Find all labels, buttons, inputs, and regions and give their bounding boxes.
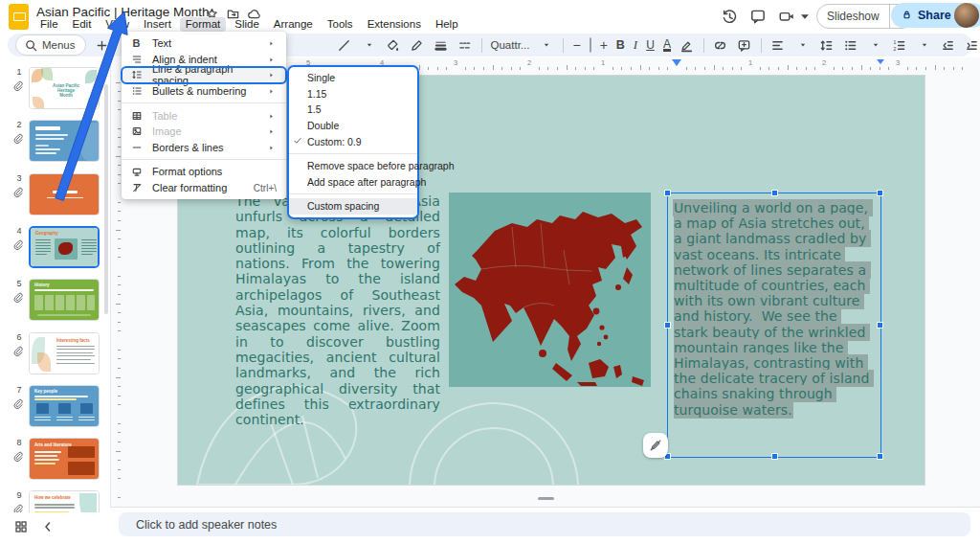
menubar-item-help[interactable]: Help <box>430 17 464 32</box>
slides-logo-icon[interactable] <box>9 4 29 30</box>
line-spacing-button[interactable] <box>819 37 835 53</box>
align-button[interactable] <box>770 37 786 53</box>
thumbnail-preview[interactable]: Geography <box>29 226 100 268</box>
increase-font-button[interactable]: + <box>600 37 608 53</box>
decrease-indent-button[interactable] <box>941 37 956 53</box>
menubar-item-file[interactable]: File <box>34 17 64 32</box>
menubar-item-arrange[interactable]: Arrange <box>268 17 319 32</box>
comments-icon[interactable] <box>749 8 767 25</box>
slide-thumbnail-9[interactable]: 9 How we celebrate <box>0 490 110 512</box>
bulleted-list-caret-icon[interactable] <box>868 37 883 53</box>
thumbnail-preview[interactable] <box>29 120 100 162</box>
border-color-button[interactable] <box>410 37 425 53</box>
italic-button[interactable]: I <box>634 37 637 53</box>
border-dash-button[interactable] <box>457 37 473 53</box>
spacing-option-remove-space-before-paragraph[interactable]: Remove space before paragraph <box>289 158 417 174</box>
border-weight-button[interactable] <box>434 37 449 53</box>
font-caret-icon[interactable] <box>539 37 554 53</box>
selection-handle[interactable] <box>771 453 778 460</box>
format-menu-item-bullets-numbering[interactable]: Bullets & numbering <box>122 83 286 100</box>
selection-handle[interactable] <box>877 190 883 196</box>
collapse-filmstrip-icon[interactable] <box>40 519 56 534</box>
format-menu-item-format-options[interactable]: Format options <box>122 164 286 180</box>
spacing-option-custom-0.9[interactable]: Custom: 0.9 <box>289 133 417 149</box>
selection-handle[interactable] <box>664 190 671 196</box>
format-menu-item-image[interactable]: Image <box>122 124 286 140</box>
menubar-item-slide[interactable]: Slide <box>229 17 265 32</box>
format-menu-item-table[interactable]: Table <box>122 107 286 124</box>
line-tool-caret-icon[interactable] <box>362 37 377 53</box>
version-history-icon[interactable] <box>721 8 738 25</box>
spacing-option-1.5[interactable]: 1.5 <box>289 102 417 118</box>
font-size-input[interactable] <box>590 37 591 53</box>
meet-caret-icon[interactable] <box>796 8 806 25</box>
spacing-option-custom-spacing[interactable]: Custom spacing <box>289 198 417 215</box>
slide-thumbnail-8[interactable]: 8 Arts and literature <box>0 438 110 480</box>
insert-link-button[interactable] <box>713 37 728 53</box>
selection-handle[interactable] <box>771 190 778 196</box>
menus-search-button[interactable]: Menus <box>15 34 86 56</box>
font-family-select[interactable]: Quattr... <box>491 39 530 51</box>
slide-thumbnail-1[interactable]: 1 Asian Pacific Heritage Month <box>0 67 110 109</box>
indent-marker[interactable] <box>877 59 884 64</box>
thumbnail-preview[interactable]: History <box>29 279 100 321</box>
format-menu-item-clear-formatting[interactable]: Clear formattingCtrl+\ <box>122 180 286 196</box>
fill-color-button[interactable] <box>386 37 401 53</box>
format-menu-item-borders-lines[interactable]: Borders & lines <box>122 140 286 156</box>
slide-filmstrip: 1 Asian Pacific Heritage Month2 3 4 Geog… <box>0 57 110 512</box>
bulleted-list-button[interactable] <box>843 37 858 53</box>
add-comment-button[interactable] <box>737 37 752 53</box>
decrease-font-button[interactable]: − <box>572 37 580 53</box>
spacing-option-1.15[interactable]: 1.15 <box>289 86 417 102</box>
spacing-option-add-space-after-paragraph[interactable]: Add space after paragraph <box>289 174 417 191</box>
left-paragraph[interactable]: The vast expanse of Asia unfurls across … <box>235 193 440 427</box>
selection-handle[interactable] <box>877 453 883 460</box>
thumbnail-preview[interactable] <box>29 173 100 215</box>
slide-thumbnail-3[interactable]: 3 <box>0 173 110 215</box>
thumbnail-preview[interactable]: How we celebrate <box>29 490 100 512</box>
thumbnail-preview[interactable]: Interesting facts <box>29 332 100 374</box>
slide-thumbnail-4[interactable]: 4 Geography <box>0 226 110 268</box>
thumbnail-preview[interactable]: Asian Pacific Heritage Month <box>29 67 100 109</box>
increase-indent-button[interactable] <box>965 37 980 53</box>
slide-thumbnail-6[interactable]: 6 Interesting facts <box>0 332 110 374</box>
right-paragraph[interactable]: Unveiling a world on a page, a map of As… <box>674 200 871 418</box>
numbered-list-button[interactable]: 12 <box>892 37 907 53</box>
thumbnail-preview[interactable]: Arts and literature <box>29 438 100 480</box>
slide-thumbnail-2[interactable]: 2 <box>0 120 110 162</box>
spacing-option-double[interactable]: Double <box>289 118 417 134</box>
slideshow-label[interactable]: Slideshow <box>817 5 890 28</box>
highlight-color-button[interactable] <box>679 37 695 53</box>
menubar-item-insert[interactable]: Insert <box>138 17 177 32</box>
spacing-option-single[interactable]: Single <box>289 70 417 86</box>
speaker-notes[interactable]: Click to add speaker notes <box>119 512 970 536</box>
slide-thumbnail-7[interactable]: 7 Key people <box>0 385 110 427</box>
menubar-item-edit[interactable]: Edit <box>67 17 98 32</box>
filmstrip-scrollbar[interactable] <box>104 84 108 314</box>
selected-text-box[interactable]: Unveiling a world on a page, a map of As… <box>667 193 881 458</box>
edit-disabled-button[interactable] <box>643 433 668 458</box>
format-menu-item-line-paragraph-spacing[interactable]: Line & paragraph spacing <box>122 67 286 83</box>
indent-marker[interactable] <box>672 59 681 66</box>
underline-button[interactable]: U <box>646 38 655 52</box>
thumbnail-preview[interactable]: Key people <box>29 385 100 427</box>
menubar-item-extensions[interactable]: Extensions <box>362 17 427 32</box>
insert-button[interactable] <box>95 37 110 53</box>
text-color-button[interactable]: A <box>663 39 671 52</box>
menubar-item-tools[interactable]: Tools <box>322 17 359 32</box>
grid-view-icon[interactable] <box>13 519 29 534</box>
notes-resize-handle[interactable] <box>538 497 554 500</box>
menubar-item-format[interactable]: Format <box>180 17 226 32</box>
numbered-list-caret-icon[interactable] <box>917 37 932 53</box>
format-menu-item-text[interactable]: B Text <box>122 35 286 52</box>
asia-map-panel[interactable] <box>449 193 651 387</box>
selection-handle[interactable] <box>664 322 671 329</box>
avatar[interactable] <box>954 3 979 28</box>
bold-button[interactable]: B <box>616 38 625 52</box>
slide-thumbnail-5[interactable]: 5 History <box>0 279 110 321</box>
line-tool-button[interactable] <box>337 37 352 53</box>
meet-camera-icon[interactable] <box>778 8 795 25</box>
align-caret-icon[interactable] <box>795 37 811 53</box>
menubar-item-view[interactable]: View <box>100 17 135 32</box>
selection-handle[interactable] <box>877 322 883 329</box>
